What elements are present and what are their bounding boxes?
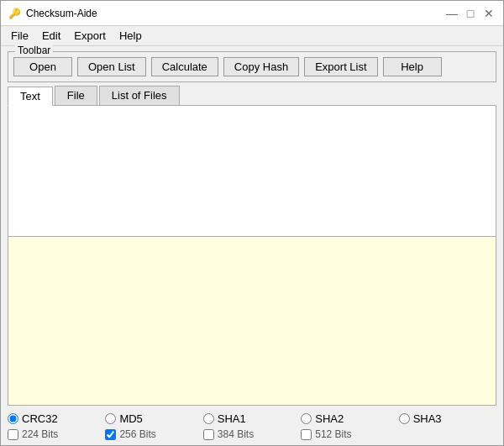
tab-bar: Text File List of Files	[8, 86, 496, 105]
title-bar: 🔑 Checksum-Aide — □ ✕	[1, 1, 503, 26]
app-icon: 🔑	[8, 7, 21, 20]
checkbox-input-384bits[interactable]	[203, 429, 214, 440]
radio-input-sha2[interactable]	[301, 413, 312, 424]
checkbox-input-256bits[interactable]	[105, 429, 116, 440]
checkbox-224bits[interactable]: 224 Bits	[8, 428, 105, 440]
checkbox-384bits[interactable]: 384 Bits	[203, 428, 301, 440]
tab-file[interactable]: File	[55, 86, 97, 105]
menu-help[interactable]: Help	[113, 28, 149, 44]
radio-label-sha3: SHA3	[413, 412, 442, 425]
radio-crc32[interactable]: CRC32	[8, 412, 105, 425]
calculate-button[interactable]: Calculate	[151, 57, 218, 76]
text-input[interactable]	[8, 106, 496, 236]
menu-bar: File Edit Export Help	[1, 26, 503, 46]
open-list-button[interactable]: Open List	[77, 57, 146, 76]
tab-text[interactable]: Text	[8, 87, 53, 106]
tab-content	[8, 105, 496, 406]
radio-label-sha2: SHA2	[315, 412, 344, 425]
radio-sha1[interactable]: SHA1	[203, 412, 301, 425]
toolbar-label: Toolbar	[15, 45, 53, 56]
radio-label-sha1: SHA1	[218, 412, 246, 425]
checkbox-label-224bits: 224 Bits	[22, 428, 58, 440]
title-bar-left: 🔑 Checksum-Aide	[8, 7, 97, 20]
copy-hash-button[interactable]: Copy Hash	[223, 57, 299, 76]
radio-sha2[interactable]: SHA2	[301, 412, 398, 425]
radio-input-sha1[interactable]	[203, 413, 214, 424]
window-title: Checksum-Aide	[26, 8, 97, 19]
close-button[interactable]: ✕	[481, 6, 496, 21]
checkbox-input-512bits[interactable]	[301, 429, 312, 440]
checkbox-label-512bits: 512 Bits	[315, 428, 351, 440]
menu-export[interactable]: Export	[67, 28, 113, 44]
checkbox-input-224bits[interactable]	[8, 429, 18, 440]
export-list-button[interactable]: Export List	[304, 57, 377, 76]
checkbox-512bits[interactable]: 512 Bits	[301, 428, 398, 440]
help-button[interactable]: Help	[383, 57, 442, 76]
menu-file[interactable]: File	[4, 28, 35, 44]
checkbox-256bits[interactable]: 256 Bits	[105, 428, 202, 440]
maximize-button[interactable]: □	[463, 6, 478, 21]
toolbar-buttons: Open Open List Calculate Copy Hash Expor…	[13, 57, 491, 76]
main-window: 🔑 Checksum-Aide — □ ✕ File Edit Export H…	[0, 0, 504, 446]
hash-radio-row: CRC32 MD5 SHA1 SHA2 SHA3	[8, 412, 496, 425]
toolbar-group: Toolbar Open Open List Calculate Copy Ha…	[8, 51, 496, 82]
tabs-area: Text File List of Files	[8, 86, 496, 406]
bits-checkbox-row: 224 Bits 256 Bits 384 Bits 512 Bits	[8, 428, 496, 440]
checkbox-label-256bits: 256 Bits	[119, 428, 155, 440]
radio-label-md5: MD5	[119, 412, 142, 425]
bottom-options: CRC32 MD5 SHA1 SHA2 SHA3 224 B	[8, 412, 496, 440]
radio-input-sha3[interactable]	[399, 413, 410, 424]
radio-sha3[interactable]: SHA3	[399, 412, 496, 425]
result-area	[8, 236, 496, 405]
menu-edit[interactable]: Edit	[35, 28, 67, 44]
radio-input-md5[interactable]	[105, 413, 116, 424]
radio-label-crc32: CRC32	[22, 412, 58, 425]
window-controls: — □ ✕	[444, 6, 496, 21]
checkbox-label-384bits: 384 Bits	[218, 428, 254, 440]
tab-list-of-files[interactable]: List of Files	[99, 86, 180, 105]
open-button[interactable]: Open	[13, 57, 72, 76]
radio-md5[interactable]: MD5	[105, 412, 202, 425]
radio-input-crc32[interactable]	[8, 413, 18, 424]
minimize-button[interactable]: —	[444, 6, 459, 21]
